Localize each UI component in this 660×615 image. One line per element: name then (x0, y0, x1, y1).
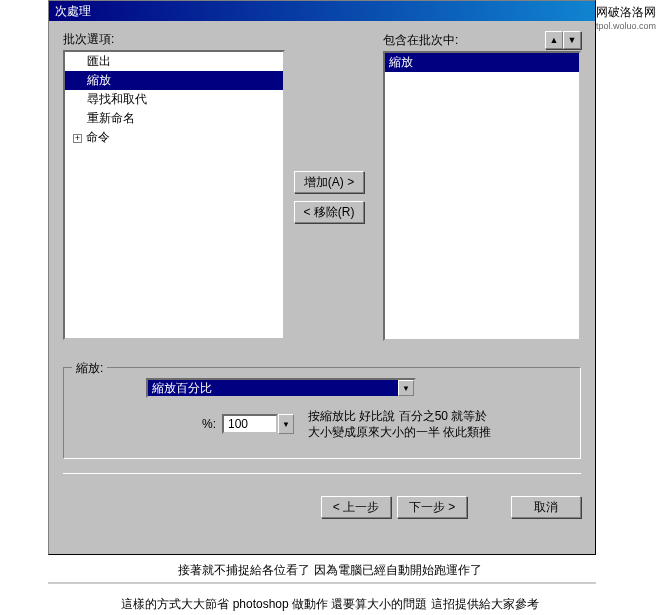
included-item-scale[interactable]: 縮放 (385, 53, 579, 72)
move-up-button[interactable]: ▲ (545, 31, 563, 49)
cancel-button[interactable]: 取消 (511, 496, 581, 518)
scale-mode-dropdown[interactable]: 縮放百分比 ▼ (146, 378, 416, 398)
move-down-button[interactable]: ▼ (563, 31, 581, 49)
window-title: 次處理 (49, 1, 595, 21)
watermark-main: 网破洛洛网 (596, 4, 656, 21)
percent-input[interactable] (222, 414, 278, 434)
annotation-text: 按縮放比 好比說 百分之50 就等於 大小變成原來大小的一半 依此類推 (308, 408, 491, 440)
tree-item-find-replace[interactable]: 尋找和取代 (65, 90, 283, 109)
remove-button[interactable]: < 移除(R) (294, 201, 364, 223)
divider (63, 473, 581, 474)
back-button[interactable]: < 上一步 (321, 496, 391, 518)
watermark: 网破洛洛网 tpol.woluo.com (596, 4, 656, 31)
dropdown-value: 縮放百分比 (152, 380, 212, 397)
add-button[interactable]: 增加(A) > (294, 171, 364, 193)
watermark-sub: tpol.woluo.com (596, 21, 656, 31)
chevron-down-icon[interactable]: ▼ (278, 414, 294, 434)
caption-1: 接著就不捕捉給各位看了 因為電腦已經自動開始跑運作了 (0, 562, 660, 579)
batch-dialog: 次處理 批次選項: 匯出 縮放 尋找和取代 重新命名 +命令 增加(A) > <… (48, 0, 596, 555)
batch-options-label: 批次選項: (63, 31, 114, 48)
scale-panel: 縮放: 縮放百分比 ▼ %: ▼ 按縮放比 好比說 百分之50 就等於 (63, 367, 581, 459)
batch-options-listbox[interactable]: 匯出 縮放 尋找和取代 重新命名 +命令 (63, 50, 285, 340)
tree-item-commands[interactable]: +命令 (65, 128, 283, 147)
next-button[interactable]: 下一步 > (397, 496, 467, 518)
panel-legend: 縮放: (72, 360, 107, 377)
tree-item-scale[interactable]: 縮放 (65, 71, 283, 90)
included-label: 包含在批次中: (383, 32, 458, 49)
percent-label: %: (76, 417, 222, 431)
caption-2: 這樣的方式大大節省 photoshop 做動作 還要算大小的問題 這招提供給大家… (0, 596, 660, 613)
tree-item-rename[interactable]: 重新命名 (65, 109, 283, 128)
included-listbox[interactable]: 縮放 (383, 51, 581, 341)
tree-item-export[interactable]: 匯出 (65, 52, 283, 71)
page-divider (48, 582, 596, 584)
tree-item-commands-label: 命令 (86, 130, 110, 144)
chevron-down-icon[interactable]: ▼ (398, 380, 414, 396)
expander-icon[interactable]: + (73, 134, 82, 143)
